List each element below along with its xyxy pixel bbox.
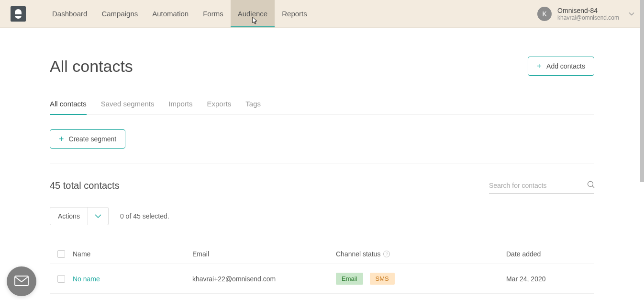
tab-all-contacts[interactable]: All contacts	[50, 100, 87, 115]
nav-automation[interactable]: Automation	[145, 0, 196, 27]
create-segment-button[interactable]: + Create segment	[50, 129, 125, 149]
nav-campaigns[interactable]: Campaigns	[94, 0, 145, 27]
search-icon[interactable]	[587, 181, 595, 190]
plus-icon: +	[59, 135, 64, 143]
nav-label: Audience	[238, 10, 268, 18]
chevron-down-icon	[629, 11, 634, 17]
actions-label: Actions	[50, 208, 88, 225]
chevron-down-icon	[88, 208, 108, 225]
page-title: All contacts	[50, 57, 133, 76]
table-row: No name khavrai+22@omnisend.com Email SM…	[50, 264, 594, 294]
help-icon[interactable]: ?	[383, 251, 390, 257]
search-input[interactable]	[489, 182, 573, 189]
tab-tags[interactable]: Tags	[245, 100, 261, 115]
email-badge: Email	[336, 273, 363, 285]
tab-label: Exports	[207, 100, 231, 108]
nav-reports[interactable]: Reports	[275, 0, 314, 27]
page-header: All contacts + Add contacts	[50, 57, 594, 76]
tab-label: Saved segments	[101, 100, 155, 108]
nav-audience[interactable]: Audience	[231, 0, 275, 27]
header-channel-label: Channel status	[336, 250, 380, 258]
header-date: Date added	[506, 250, 594, 258]
header-name: Name	[73, 250, 192, 258]
brand-logo[interactable]	[11, 6, 26, 22]
row-checkbox[interactable]	[57, 275, 65, 283]
chat-widget-button[interactable]	[7, 266, 36, 296]
top-navigation-bar: Dashboard Campaigns Automation Forms Aud…	[0, 0, 644, 28]
nav-label: Automation	[152, 10, 189, 18]
mail-icon	[14, 276, 29, 287]
button-label: Add contacts	[546, 62, 585, 70]
header-email: Email	[192, 250, 336, 258]
total-contacts-text: 45 total contacts	[50, 180, 120, 191]
user-info: Omnisend-84 khavrai@omnisend.com	[557, 7, 619, 21]
header-channel: Channel status ?	[336, 250, 506, 258]
tab-label: Imports	[168, 100, 192, 108]
button-label: Create segment	[69, 135, 117, 143]
contact-email: khavrai+22@omnisend.com	[192, 275, 336, 283]
svg-point-0	[588, 182, 593, 187]
actions-dropdown[interactable]: Actions	[50, 207, 109, 225]
tab-label: All contacts	[50, 100, 87, 108]
nav-label: Campaigns	[101, 10, 138, 18]
create-segment-row: + Create segment	[50, 129, 594, 163]
contact-channels: Email SMS	[336, 273, 506, 285]
avatar: K	[537, 7, 552, 21]
tab-imports[interactable]: Imports	[168, 100, 192, 115]
add-contacts-button[interactable]: + Add contacts	[528, 57, 594, 76]
search-wrap	[489, 178, 594, 194]
table-header: Name Email Channel status ? Date added	[50, 244, 594, 264]
main-content: All contacts + Add contacts All contacts…	[0, 28, 644, 300]
tab-label: Tags	[245, 100, 261, 108]
nav-dashboard[interactable]: Dashboard	[45, 0, 94, 27]
tab-saved-segments[interactable]: Saved segments	[101, 100, 155, 115]
user-email: khavrai@omnisend.com	[557, 14, 619, 21]
nav-forms[interactable]: Forms	[196, 0, 231, 27]
nav-label: Dashboard	[52, 10, 87, 18]
selected-count-text: 0 of 45 selected.	[120, 212, 169, 220]
nav-label: Forms	[203, 10, 223, 18]
stats-row: 45 total contacts	[50, 178, 594, 194]
sms-badge: SMS	[370, 273, 395, 285]
user-menu[interactable]: K Omnisend-84 khavrai@omnisend.com	[537, 7, 634, 21]
svg-rect-2	[15, 276, 28, 286]
nav-label: Reports	[282, 10, 307, 18]
user-name: Omnisend-84	[557, 7, 619, 14]
tab-exports[interactable]: Exports	[207, 100, 231, 115]
contact-name-link[interactable]: No name	[73, 275, 100, 283]
plus-icon: +	[537, 62, 542, 70]
actions-row: Actions 0 of 45 selected.	[50, 207, 594, 225]
contact-date: Mar 24, 2020	[506, 275, 594, 283]
sub-tabs: All contacts Saved segments Imports Expo…	[50, 100, 594, 115]
svg-line-1	[592, 186, 594, 188]
vertical-scrollbar[interactable]	[640, 0, 644, 182]
select-all-checkbox[interactable]	[57, 250, 65, 258]
main-nav: Dashboard Campaigns Automation Forms Aud…	[45, 0, 537, 27]
